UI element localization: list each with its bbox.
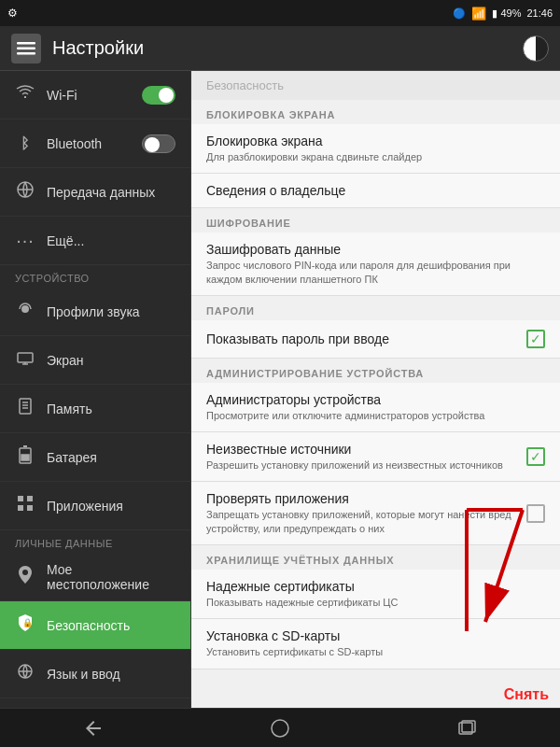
status-bar: ⚙ 🔵 📶 ▮ 49% 21:46 xyxy=(0,0,560,26)
section-credentials-title: ХРАНИЛИЩЕ УЧЁТНЫХ ДАННЫХ xyxy=(191,545,560,570)
svg-rect-0 xyxy=(17,42,35,45)
sidebar-item-apps[interactable]: Приложения xyxy=(0,482,190,530)
device-section-header: УСТРОЙСТВО xyxy=(0,265,190,288)
location-icon xyxy=(15,565,35,588)
svg-point-22 xyxy=(272,720,288,737)
content-item-unknown-sources[interactable]: Неизвестные источники Разрешить установк… xyxy=(191,432,560,482)
section-passwords-title: ПАРОЛИ xyxy=(191,296,560,320)
page-title: Настройки xyxy=(52,37,511,59)
content-item-encrypt[interactable]: Зашифровать данные Запрос числового PIN-… xyxy=(191,233,560,296)
sidebar-item-sound[interactable]: Профили звука xyxy=(0,288,190,336)
nav-home-button[interactable] xyxy=(261,713,299,743)
personal-section-header: ЛИЧНЫЕ ДАННЫЕ xyxy=(0,530,190,553)
nav-bar xyxy=(0,708,560,747)
content-item-screen-lock[interactable]: Блокировка экрана Для разблокировки экра… xyxy=(191,124,560,174)
sidebar-item-more[interactable]: ··· Ещё... xyxy=(0,217,190,265)
wifi-status-icon: 📶 xyxy=(471,7,486,21)
section-screen-lock-title: БЛОКИРОВКА ЭКРАНА xyxy=(191,100,560,124)
sound-icon xyxy=(15,301,35,322)
show-password-checkbox[interactable]: ✓ xyxy=(526,330,545,348)
sidebar-item-memory[interactable]: Память xyxy=(0,385,190,433)
time-display: 21:46 xyxy=(526,7,553,19)
sidebar-item-display[interactable]: Экран xyxy=(0,336,190,385)
bluetooth-toggle[interactable] xyxy=(142,134,175,153)
content-item-show-password[interactable]: Показывать пароль при вводе ✓ xyxy=(191,320,560,359)
sidebar-item-battery[interactable]: Батарея xyxy=(0,433,190,482)
content-item-verify-apps[interactable]: Проверять приложения Запрещать установку… xyxy=(191,482,560,545)
content-item-trusted-certs[interactable]: Надежные сертификаты Показывать надежные… xyxy=(191,570,560,619)
bluetooth-status-icon: 🔵 xyxy=(453,7,466,20)
svg-rect-1 xyxy=(17,47,35,49)
section-encryption-title: ШИФРОВАНИЕ xyxy=(191,208,560,233)
content-top-label: Безопасность xyxy=(191,71,560,100)
data-icon xyxy=(15,181,35,203)
sidebar-item-security[interactable]: 🔒 Безопасность xyxy=(0,601,190,650)
sidebar-item-data[interactable]: Передача данных xyxy=(0,168,190,217)
main-layout: Wi-Fi ᛒ Bluetooth Передача д xyxy=(0,71,560,708)
theme-toggle[interactable] xyxy=(523,35,549,62)
battery-indicator: ▮ 49% xyxy=(492,7,521,20)
sidebar: Wi-Fi ᛒ Bluetooth Передача д xyxy=(0,71,191,708)
more-icon: ··· xyxy=(15,230,35,251)
title-bar: Настройки xyxy=(0,26,560,71)
section-admin-title: АДМИНИСТРИРОВАНИЕ УСТРОЙСТВА xyxy=(191,359,560,383)
content-item-device-admins[interactable]: Администраторы устройства Просмотрите ил… xyxy=(191,383,560,432)
unknown-sources-checkbox[interactable]: ✓ xyxy=(526,447,545,466)
content-item-install-sd[interactable]: Установка с SD-карты Установить сертифик… xyxy=(191,619,560,669)
apps-icon xyxy=(15,495,35,516)
wifi-icon xyxy=(15,85,35,105)
content-area: Безопасность БЛОКИРОВКА ЭКРАНА Блокировк… xyxy=(191,71,560,708)
verify-apps-checkbox[interactable] xyxy=(526,504,545,523)
display-icon xyxy=(15,350,35,370)
content-item-owner-info[interactable]: Сведения о владельце xyxy=(191,174,560,208)
svg-rect-15 xyxy=(18,496,23,501)
wifi-toggle[interactable] xyxy=(142,86,175,105)
sidebar-item-language[interactable]: Язык и ввод xyxy=(0,650,190,698)
sidebar-item-location[interactable]: Мое местоположение xyxy=(0,553,190,601)
svg-point-4 xyxy=(21,305,29,313)
settings-status-icon: ⚙ xyxy=(7,7,18,20)
battery-icon xyxy=(15,445,35,469)
status-right: 🔵 📶 ▮ 49% 21:46 xyxy=(453,7,553,21)
svg-rect-16 xyxy=(27,496,33,501)
security-icon: 🔒 xyxy=(15,613,35,637)
sidebar-item-wifi[interactable]: Wi-Fi xyxy=(0,71,190,120)
bluetooth-icon: ᛒ xyxy=(15,135,35,152)
language-icon xyxy=(15,664,35,684)
nav-back-button[interactable] xyxy=(75,713,112,743)
svg-point-19 xyxy=(22,570,28,575)
status-left: ⚙ xyxy=(7,7,18,20)
svg-rect-14 xyxy=(21,455,29,460)
svg-rect-17 xyxy=(18,505,23,511)
svg-rect-2 xyxy=(17,52,35,55)
svg-rect-18 xyxy=(27,505,33,511)
sidebar-item-bluetooth[interactable]: ᛒ Bluetooth xyxy=(0,120,190,168)
nav-recent-button[interactable] xyxy=(448,713,485,743)
svg-text:🔒: 🔒 xyxy=(22,617,33,628)
title-bar-icon xyxy=(11,34,41,63)
memory-icon xyxy=(15,398,35,419)
svg-rect-5 xyxy=(18,353,33,362)
svg-rect-8 xyxy=(20,399,31,414)
